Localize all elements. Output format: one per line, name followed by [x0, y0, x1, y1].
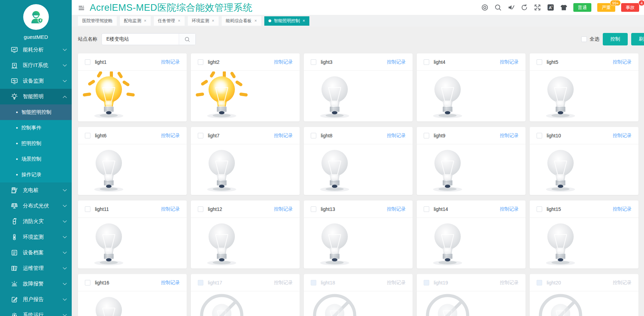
card-body	[191, 291, 300, 316]
control-record-link[interactable]: 控制记录	[500, 133, 519, 139]
avatar[interactable]	[23, 4, 49, 30]
control-record-link[interactable]: 控制记录	[161, 206, 180, 212]
tab-energy-dashboard[interactable]: 能耗综合看板×	[222, 16, 261, 26]
control-record-link[interactable]: 控制记录	[613, 206, 632, 212]
control-record-link[interactable]: 控制记录	[613, 59, 632, 65]
translate-icon[interactable]: Ax	[547, 4, 554, 11]
control-record-link[interactable]: 控制记录	[500, 59, 519, 65]
light-checkbox[interactable]	[537, 133, 542, 138]
control-record-link[interactable]: 控制记录	[500, 206, 519, 212]
light-name: light1	[95, 59, 106, 65]
control-record-link[interactable]: 控制记录	[274, 206, 293, 212]
tab-environment-monitoring[interactable]: 环境监测×	[188, 16, 219, 26]
card-header: light13控制记录	[304, 200, 413, 218]
light-checkbox[interactable]	[311, 133, 316, 138]
sidebar-item-smart-lighting[interactable]: 智能照明	[0, 89, 72, 104]
light-checkbox[interactable]	[311, 206, 316, 212]
light-checkbox[interactable]	[311, 59, 316, 65]
collapse-menu-icon[interactable]	[78, 5, 85, 11]
light-checkbox[interactable]	[198, 206, 203, 212]
close-tab-icon[interactable]: ×	[178, 18, 180, 23]
light-card-light15: light15控制记录	[530, 200, 638, 268]
light-checkbox	[311, 280, 316, 285]
sidebar-item-medical-it[interactable]: 医疗IT系统	[0, 58, 72, 73]
close-tab-icon[interactable]: ×	[144, 18, 147, 23]
alarm-badge-severe[interactable]: 严重99+	[597, 3, 615, 12]
chevron-down-icon	[63, 78, 67, 82]
tab-task-management[interactable]: 任务管理×	[154, 16, 185, 26]
select-all-checkbox[interactable]	[581, 36, 587, 42]
control-record-link[interactable]: 控制记录	[613, 133, 632, 139]
close-tab-icon[interactable]: ×	[303, 18, 305, 23]
site-name-input[interactable]	[102, 34, 179, 45]
sidebar-subitem-operation-records[interactable]: •操作记录	[0, 167, 72, 182]
sidebar-item-device-monitoring[interactable]: 设备监测	[0, 73, 72, 89]
theme-icon[interactable]	[560, 4, 567, 11]
bulb-off-image	[535, 145, 638, 194]
sidebar-item-fire-safety[interactable]: 消防火灾	[0, 214, 72, 229]
sidebar-item-ops-management[interactable]: 运维管理	[0, 261, 72, 276]
search-button[interactable]	[179, 34, 195, 45]
fullscreen-icon[interactable]	[534, 4, 541, 11]
light-checkbox[interactable]	[537, 59, 542, 65]
alarm-badge-count: 99+	[610, 0, 621, 6]
sidebar-subitem-lighting-control[interactable]: •照明控制	[0, 136, 72, 151]
control-button[interactable]: 控制	[603, 33, 628, 45]
light-checkbox[interactable]	[85, 280, 90, 285]
control-record-link[interactable]: 控制记录	[274, 59, 293, 65]
close-tab-icon[interactable]: ×	[212, 18, 214, 23]
sidebar-item-env-monitoring[interactable]: 环境监测	[0, 229, 72, 245]
refresh-button[interactable]: 刷新	[631, 33, 644, 45]
sidebar-item-fault-alarm[interactable]: 故障报警	[0, 276, 72, 292]
sidebar-item-charging-pile[interactable]: 充电桩	[0, 182, 72, 198]
light-card-light1: light1控制记录	[78, 53, 187, 121]
sidebar-item-distributed-pv[interactable]: 分布式光伏	[0, 198, 72, 214]
control-record-link[interactable]: 控制记录	[387, 206, 406, 212]
target-icon[interactable]	[481, 4, 488, 11]
control-record-link: 控制记录	[613, 280, 632, 286]
light-checkbox[interactable]	[537, 206, 542, 212]
control-record-link[interactable]: 控制记录	[161, 280, 180, 286]
bullet-icon: •	[16, 109, 18, 116]
light-checkbox[interactable]	[424, 206, 429, 212]
sidebar-subitem-label: 智能照明控制	[21, 109, 52, 116]
sidebar-subitem-smart-lighting-control[interactable]: •智能照明控制	[0, 104, 72, 120]
alarm-badge-normal[interactable]: 普通	[573, 3, 591, 12]
light-checkbox[interactable]	[198, 133, 203, 138]
sidebar: guestMED 能耗分析医疗IT系统设备监测智能照明•智能照明控制•控制事件•…	[0, 0, 72, 316]
control-record-link[interactable]: 控制记录	[387, 59, 406, 65]
card-header: light15控制记录	[530, 200, 638, 218]
bulb-off-image	[309, 219, 413, 267]
control-record-link[interactable]: 控制记录	[161, 59, 180, 65]
close-tab-icon[interactable]: ×	[255, 18, 257, 23]
sidebar-item-device-archives[interactable]: 设备档案	[0, 245, 72, 261]
light-checkbox[interactable]	[85, 59, 90, 65]
tab-hospital-dashboard[interactable]: 医院管理驾驶舱	[78, 16, 117, 26]
mute-icon[interactable]	[508, 4, 515, 11]
card-body	[304, 144, 413, 195]
alarm-badge-accident[interactable]: 事故4	[621, 3, 639, 12]
sidebar-item-user-report[interactable]: 用户报告	[0, 292, 72, 307]
tab-smart-lighting-control[interactable]: 智能照明控制×	[264, 16, 309, 26]
sidebar-subitem-scene-control[interactable]: •场景控制	[0, 151, 72, 167]
light-checkbox[interactable]	[424, 59, 429, 65]
search-icon[interactable]	[494, 4, 502, 11]
control-record-link[interactable]: 控制记录	[387, 133, 406, 139]
light-checkbox[interactable]	[85, 206, 90, 212]
control-record-link[interactable]: 控制记录	[274, 133, 293, 139]
report-icon	[10, 296, 18, 304]
card-header: light12控制记录	[191, 200, 300, 218]
light-card-light20: light20控制记录	[530, 274, 638, 316]
card-body	[304, 218, 413, 268]
light-checkbox[interactable]	[424, 133, 429, 138]
bulb-off-image	[83, 219, 187, 267]
sidebar-item-system-operation[interactable]: 系统运行	[0, 307, 72, 316]
refresh-icon[interactable]	[521, 4, 528, 11]
tab-power-monitoring[interactable]: 配电监测×	[120, 16, 151, 26]
sidebar-item-energy-analysis[interactable]: 能耗分析	[0, 42, 72, 58]
light-checkbox[interactable]	[85, 133, 90, 138]
sidebar-subitem-control-events[interactable]: •控制事件	[0, 120, 72, 136]
light-checkbox[interactable]	[198, 59, 203, 65]
control-record-link[interactable]: 控制记录	[161, 133, 180, 139]
card-body	[530, 291, 638, 316]
